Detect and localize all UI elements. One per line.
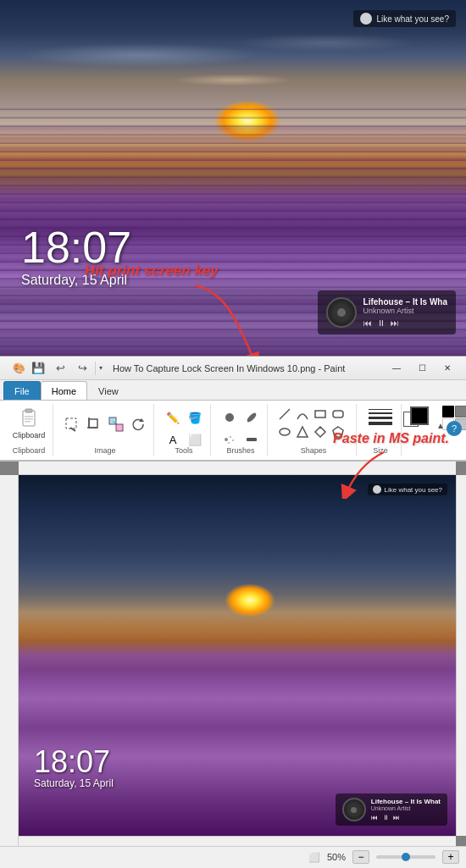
svg-rect-9	[116, 424, 123, 431]
svg-point-15	[230, 436, 231, 438]
paint-window: 🎨 💾 ↩ ↪ ▾ How To Capture Lock Screen In …	[0, 356, 466, 868]
inner-clock: 18:07	[34, 747, 114, 777]
paint-titlebar: 🎨 💾 ↩ ↪ ▾ How To Capture Lock Screen In …	[0, 357, 466, 380]
paint-app-icon: 🎨	[12, 362, 25, 375]
svg-rect-5	[66, 418, 76, 428]
clipboard-label: Clipboard	[13, 431, 46, 440]
quick-access-toolbar: 🎨 💾 ↩ ↪ ▾	[7, 359, 108, 378]
tools-group-label: Tools	[175, 446, 192, 455]
paint-arrow	[333, 448, 401, 499]
maximize-btn[interactable]: ☐	[410, 359, 434, 378]
inner-prev-btn[interactable]: ⏮	[371, 814, 378, 821]
line-shape-btn[interactable]	[276, 406, 293, 423]
inner-sun-glow	[225, 583, 275, 617]
paint-canvas-area: Like what you see? 18:07 Saturday, 15 Ap…	[0, 462, 466, 846]
scrollbar-bottom[interactable]	[19, 836, 456, 846]
curve-shape-btn[interactable]	[294, 406, 311, 423]
svg-point-13	[246, 412, 258, 423]
annotation-text-1: Hit print screen key	[85, 263, 219, 279]
paint-annotation: Paste in MS paint.	[333, 431, 449, 499]
zoom-out-btn[interactable]: −	[352, 850, 369, 864]
clipboard-group-label: Clipboard	[13, 446, 46, 455]
prev-btn[interactable]: ⏮	[363, 318, 372, 328]
tab-file[interactable]: File	[3, 381, 41, 400]
brush-round-btn[interactable]	[219, 407, 240, 428]
size-2px[interactable]	[369, 412, 392, 414]
inner-vinyl-center	[351, 807, 357, 813]
svg-rect-20	[315, 411, 325, 417]
inner-lavender-background: Like what you see? 18:07 Saturday, 15 Ap…	[19, 475, 456, 836]
qa-divider	[95, 362, 96, 375]
inner-pause-btn[interactable]: ⏸	[382, 814, 389, 821]
zoom-in-btn[interactable]: +	[442, 850, 459, 864]
brush-calligraphy-btn[interactable]	[241, 407, 262, 428]
inner-next-btn[interactable]: ⏭	[393, 814, 400, 821]
svg-point-16	[232, 440, 234, 441]
rotate-btn[interactable]	[128, 414, 148, 434]
ribbon-group-brushes: Brushes	[214, 404, 268, 456]
inner-music-info: Lifehouse – It Is What Unknown Artist ⏮ …	[371, 798, 441, 821]
ribbon-collapse-btn[interactable]: ▲	[436, 421, 445, 430]
svg-point-12	[225, 413, 234, 422]
color1-swatch[interactable]	[410, 406, 429, 425]
svg-rect-21	[333, 411, 343, 417]
size-4px[interactable]	[369, 422, 392, 425]
music-widget: Lifehouse – It Is Wha Unknown Artist ⏮ ⏸…	[318, 290, 456, 334]
inner-music-widget: Lifehouse – It Is What Unknown Artist ⏮ …	[336, 793, 447, 826]
svg-rect-2	[25, 416, 33, 417]
svg-point-22	[280, 428, 290, 435]
image-group-label: Image	[94, 446, 115, 455]
triangle-shape-btn[interactable]	[294, 423, 311, 440]
canvas-paper: Like what you see? 18:07 Saturday, 15 Ap…	[19, 475, 456, 836]
save-quick-btn[interactable]: 💾	[29, 359, 47, 378]
resize-btn[interactable]	[106, 414, 126, 434]
svg-rect-4	[25, 421, 31, 423]
inner-time-display: 18:07 Saturday, 15 April	[34, 747, 114, 789]
pause-btn[interactable]: ⏸	[377, 318, 386, 328]
color-primary-area	[410, 406, 435, 430]
like-icon	[360, 13, 372, 25]
zoom-slider-thumb[interactable]	[402, 853, 410, 861]
annotation-arrow	[186, 281, 271, 356]
diamond-shape-btn[interactable]	[312, 423, 329, 440]
svg-rect-18	[247, 438, 257, 441]
color-swatch[interactable]	[442, 406, 454, 417]
qa-dropdown-btn[interactable]: ▾	[99, 364, 103, 372]
color-swatch[interactable]	[455, 406, 466, 417]
close-btn[interactable]: ✕	[435, 359, 459, 378]
fill-btn[interactable]: 🪣	[185, 407, 205, 428]
rect-shape-btn[interactable]	[312, 406, 329, 423]
zoom-slider[interactable]	[376, 855, 435, 859]
svg-line-19	[280, 409, 290, 419]
lock-screen: Like what you see? 18:07 Saturday, 15 Ap…	[0, 0, 466, 356]
color-swatches-row1	[442, 406, 466, 417]
select-btn[interactable]	[62, 414, 82, 434]
svg-rect-3	[25, 418, 33, 420]
pencil-btn[interactable]: ✏️	[163, 407, 183, 428]
ruler-left	[0, 475, 19, 846]
size-1px[interactable]	[369, 409, 392, 410]
next-btn[interactable]: ⏭	[391, 318, 399, 328]
inner-music-artist: Unknown Artist	[371, 805, 441, 811]
inner-lock-screen-image: Like what you see? 18:07 Saturday, 15 Ap…	[19, 475, 456, 836]
clipboard-icon	[17, 407, 41, 429]
clipboard-paste-btn[interactable]: Clipboard	[10, 406, 47, 441]
tab-view[interactable]: View	[87, 381, 130, 400]
redo-quick-btn[interactable]: ↪	[73, 359, 92, 378]
size-control[interactable]	[365, 406, 396, 428]
undo-quick-btn[interactable]: ↩	[51, 359, 69, 378]
tab-home[interactable]: Home	[41, 381, 87, 400]
brushes-group-label: Brushes	[226, 446, 254, 455]
svg-rect-1	[25, 409, 32, 412]
roundrect-shape-btn[interactable]	[330, 406, 347, 423]
inner-date: Saturday, 15 April	[34, 777, 114, 789]
ribbon-group-tools: ✏️ 🪣 A ⬜ Tools	[158, 404, 211, 456]
size-3px[interactable]	[369, 417, 392, 419]
scrollbar-right[interactable]	[456, 475, 466, 836]
crop-btn[interactable]	[84, 414, 104, 434]
minimize-btn[interactable]: —	[385, 359, 408, 378]
paint-window-title: How To Capture Lock Screen In Windows 10…	[113, 363, 380, 373]
vinyl-center	[337, 308, 346, 317]
music-title: Lifehouse – It Is Wha	[363, 297, 447, 307]
ellipse-shape-btn[interactable]	[276, 423, 293, 440]
